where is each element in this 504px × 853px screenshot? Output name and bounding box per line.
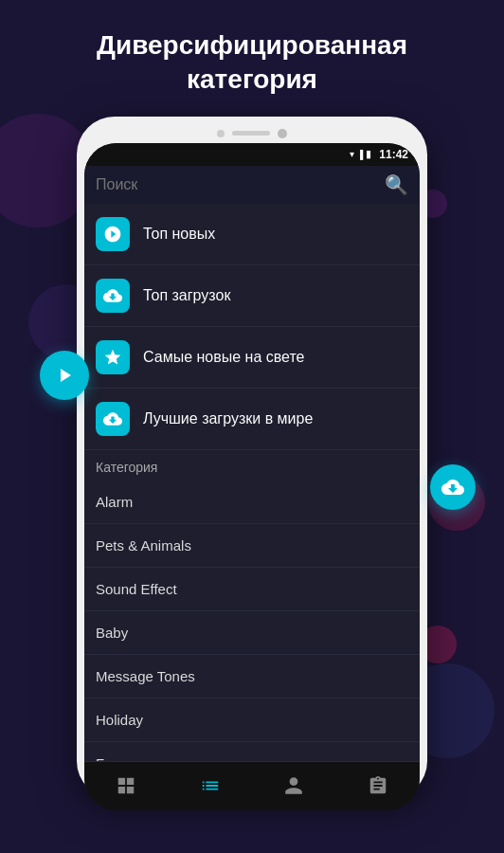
category-label-pets-animals: Pets & Animals (96, 537, 191, 554)
phone-frame: ▾ ▐ ▮ 11:42 🔍 Топ новых (77, 117, 427, 799)
item-icon-best-downloads (96, 402, 130, 436)
status-time: 11:42 (379, 148, 408, 161)
phone-inner: ▾ ▐ ▮ 11:42 🔍 Топ новых (84, 143, 420, 810)
status-bar: ▾ ▐ ▮ 11:42 (84, 143, 420, 166)
category-item-holiday[interactable]: Holiday (84, 699, 420, 742)
category-header: Категория (84, 450, 420, 481)
item-label-newest: Самые новые на свете (143, 349, 304, 366)
item-icon-newest (96, 340, 130, 374)
featured-item-newest[interactable]: Самые новые на свете (84, 327, 420, 389)
status-icons: ▾ ▐ ▮ (350, 148, 371, 160)
wifi-icon: ▾ (350, 149, 354, 159)
nav-item-profile[interactable] (268, 771, 319, 800)
search-icon[interactable]: 🔍 (385, 173, 408, 196)
search-bar[interactable]: 🔍 (84, 166, 420, 204)
category-label-baby: Baby (96, 625, 128, 641)
category-label-message-tones: Message Tones (96, 668, 195, 684)
signal-icon: ▐ (357, 150, 363, 159)
category-label-alarm: Alarm (96, 494, 133, 510)
page-title: Диверсифицированная категория (59, 0, 445, 117)
item-label-top-downloads: Топ загрузок (143, 287, 230, 304)
item-icon-top-downloads (96, 279, 130, 313)
nav-item-list[interactable] (185, 771, 236, 800)
sensor-speaker (232, 131, 270, 136)
bottom-nav (84, 761, 420, 810)
search-input[interactable] (96, 176, 385, 193)
item-label-top-new: Топ новых (143, 226, 215, 243)
battery-icon: ▮ (366, 148, 371, 160)
category-label-holiday: Holiday (96, 712, 143, 728)
category-item-alarm[interactable]: Alarm (84, 481, 420, 524)
nav-item-clipboard[interactable] (352, 771, 404, 800)
category-item-sound-effect[interactable]: Sound Effect (84, 568, 420, 611)
menu-content: Топ новых Топ загрузок Самые новые на св… (84, 204, 420, 761)
floating-play-button[interactable] (40, 351, 89, 400)
item-icon-top-new (96, 217, 130, 251)
category-label-sound-effect: Sound Effect (96, 581, 177, 597)
category-item-funny[interactable]: Funny (84, 742, 420, 761)
category-item-message-tones[interactable]: Message Tones (84, 655, 420, 699)
category-item-pets-animals[interactable]: Pets & Animals (84, 524, 420, 568)
phone-sensors (84, 124, 420, 143)
featured-item-top-downloads[interactable]: Топ загрузок (84, 265, 420, 327)
nav-item-home[interactable] (100, 771, 152, 800)
featured-item-best-downloads[interactable]: Лучшие загрузки в мире (84, 389, 420, 450)
featured-item-top-new[interactable]: Топ новых (84, 204, 420, 265)
sensor-camera (278, 129, 287, 138)
category-item-baby[interactable]: Baby (84, 611, 420, 655)
sensor-dot-left (217, 130, 225, 137)
item-label-best-downloads: Лучшие загрузки в мире (143, 410, 313, 427)
floating-fab-button[interactable] (430, 464, 476, 510)
